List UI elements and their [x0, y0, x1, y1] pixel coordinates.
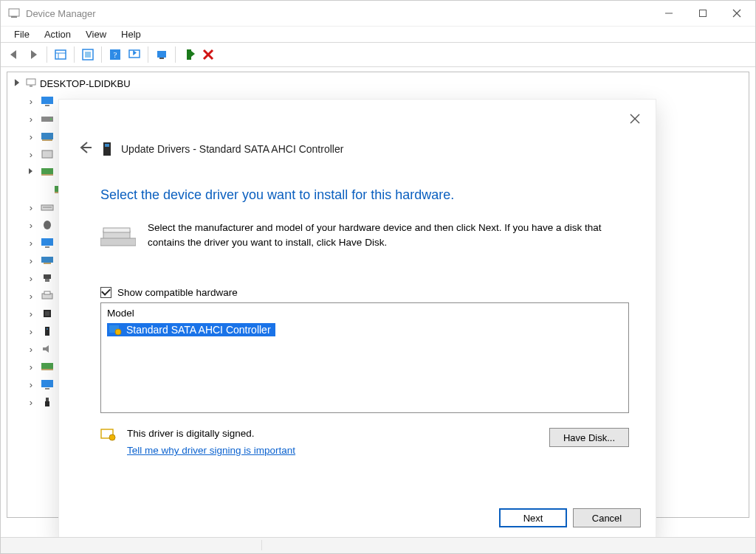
svg-rect-26	[42, 139, 52, 141]
svg-rect-0	[9, 9, 19, 16]
svg-rect-1	[11, 16, 17, 18]
svg-rect-51	[46, 398, 49, 401]
svg-rect-14	[157, 51, 166, 58]
svg-rect-20	[30, 86, 32, 87]
svg-rect-48	[41, 369, 53, 370]
close-button[interactable]	[720, 2, 754, 24]
svg-rect-15	[159, 58, 164, 59]
usb-icon	[40, 396, 55, 408]
svg-rect-39	[44, 274, 51, 279]
svg-rect-36	[45, 246, 49, 248]
close-icon[interactable]	[625, 108, 645, 129]
menu-file[interactable]: File	[7, 27, 37, 41]
tree-root-label: DESKTOP-LDIDKBU	[40, 78, 131, 89]
svg-point-46	[47, 328, 48, 330]
signing-link[interactable]: Tell me why driver signing is important	[127, 445, 295, 456]
model-list[interactable]: Model Standard SATA AHCI Controller	[100, 302, 629, 413]
collapse-icon[interactable]	[12, 78, 22, 89]
properties-icon[interactable]	[79, 46, 97, 63]
svg-rect-57	[105, 144, 109, 147]
monitor-icon	[40, 95, 55, 107]
svg-rect-45	[45, 327, 49, 336]
network-icon	[40, 255, 55, 266]
cancel-button[interactable]: Cancel	[573, 508, 641, 527]
monitor-icon	[40, 237, 55, 249]
sound-icon	[40, 343, 55, 355]
svg-rect-16	[187, 49, 191, 60]
svg-point-62	[115, 329, 121, 335]
svg-text:?: ?	[114, 50, 117, 59]
help-icon[interactable]: ?	[106, 46, 124, 63]
svg-rect-60	[100, 238, 136, 246]
hardware-icon	[100, 221, 136, 250]
forward-icon[interactable]	[24, 46, 42, 63]
svg-rect-25	[41, 133, 53, 139]
port-icon	[40, 272, 55, 284]
signed-driver-icon	[109, 324, 122, 336]
svg-point-24	[50, 118, 52, 120]
update-driver-icon[interactable]	[153, 46, 171, 63]
statusbar-cell	[7, 540, 262, 550]
svg-point-64	[109, 434, 115, 440]
svg-rect-47	[41, 363, 53, 369]
back-icon[interactable]	[5, 46, 23, 63]
show-compatible-checkbox-input[interactable]	[100, 287, 111, 298]
svg-rect-38	[44, 263, 51, 264]
statusbar	[1, 537, 755, 553]
dialog-headline: Select the device driver you want to ins…	[100, 187, 635, 203]
mouse-icon	[40, 219, 55, 231]
svg-rect-28	[41, 168, 53, 174]
svg-rect-21	[41, 97, 53, 104]
titlebar: Device Manager	[1, 1, 755, 26]
signed-text: This driver is digitally signed.	[127, 428, 295, 439]
have-disk-button[interactable]: Have Disk...	[549, 428, 629, 447]
minimize-button[interactable]	[652, 2, 686, 24]
menu-action[interactable]: Action	[37, 27, 78, 41]
system-device-icon	[40, 378, 55, 390]
show-compatible-checkbox[interactable]: Show compatible hardware	[100, 287, 635, 298]
display-adapter-icon	[40, 131, 55, 142]
svg-rect-50	[45, 388, 49, 389]
dialog-title: Update Drivers - Standard SATA AHCI Cont…	[121, 143, 343, 155]
svg-rect-49	[41, 380, 53, 387]
hid-icon	[40, 148, 55, 160]
keyboard-icon	[40, 201, 55, 213]
drive-icon	[40, 113, 55, 125]
svg-rect-19	[27, 79, 35, 85]
model-column-header: Model	[107, 308, 622, 319]
certificate-icon	[100, 428, 117, 443]
menu-view[interactable]: View	[78, 27, 114, 41]
window-title: Device Manager	[26, 8, 96, 19]
scan-hardware-icon[interactable]	[126, 46, 143, 63]
software-device-icon	[40, 325, 55, 337]
svg-rect-10	[85, 52, 91, 58]
back-icon[interactable]	[77, 139, 93, 158]
menubar: File Action View Help	[1, 26, 755, 42]
controller-icon	[40, 166, 55, 178]
enable-device-icon[interactable]	[180, 46, 198, 63]
show-compatible-label: Show compatible hardware	[117, 287, 238, 298]
show-hidden-icon[interactable]	[52, 46, 69, 63]
svg-rect-37	[41, 257, 53, 263]
tree-root[interactable]: DESKTOP-LDIDKBU	[10, 75, 749, 92]
model-item-label: Standard SATA AHCI Controller	[126, 324, 271, 336]
menu-help[interactable]: Help	[114, 27, 148, 41]
uninstall-device-icon[interactable]	[199, 46, 217, 63]
update-drivers-dialog: Update Drivers - Standard SATA AHCI Cont…	[58, 99, 656, 541]
next-button[interactable]: Next	[499, 508, 567, 527]
svg-rect-22	[45, 105, 49, 106]
computer-icon	[25, 77, 37, 91]
processor-icon	[40, 308, 55, 319]
svg-rect-40	[45, 279, 49, 282]
print-queue-icon	[40, 290, 55, 302]
svg-rect-3	[700, 10, 707, 17]
maximize-button[interactable]	[686, 2, 720, 24]
model-list-item[interactable]: Standard SATA AHCI Controller	[107, 323, 275, 336]
device-icon	[102, 140, 112, 158]
svg-rect-29	[41, 174, 53, 176]
collapse-icon[interactable]	[27, 167, 35, 178]
svg-rect-42	[44, 291, 50, 294]
storage-controller-icon	[40, 361, 55, 373]
svg-rect-27	[42, 150, 52, 158]
toolbar: ?	[1, 42, 755, 67]
